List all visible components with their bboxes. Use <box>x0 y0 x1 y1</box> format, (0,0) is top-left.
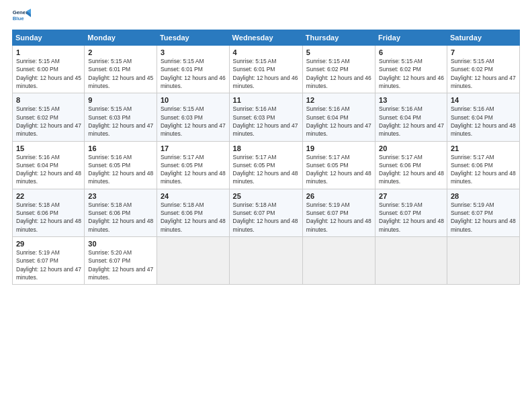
calendar-cell: 21 Sunrise: 5:17 AM Sunset: 6:06 PM Dayl… <box>447 141 519 189</box>
day-info: Sunrise: 5:19 AM Sunset: 6:07 PM Dayligh… <box>306 201 372 234</box>
day-info: Sunrise: 5:18 AM Sunset: 6:06 PM Dayligh… <box>88 201 154 234</box>
day-number: 24 <box>161 192 226 200</box>
calendar-cell: 8 Sunrise: 5:15 AM Sunset: 6:02 PM Dayli… <box>13 93 85 141</box>
day-number: 7 <box>451 48 517 56</box>
calendar-cell <box>302 237 375 285</box>
day-info: Sunrise: 5:15 AM Sunset: 6:02 PM Dayligh… <box>16 105 81 138</box>
day-number: 27 <box>379 192 444 200</box>
calendar-cell: 7 Sunrise: 5:15 AM Sunset: 6:02 PM Dayli… <box>447 46 519 93</box>
calendar-cell <box>447 237 519 285</box>
page-header: General Blue <box>12 7 520 26</box>
day-number: 4 <box>233 48 300 56</box>
calendar-cell: 19 Sunrise: 5:17 AM Sunset: 6:05 PM Dayl… <box>302 141 375 189</box>
calendar-cell: 12 Sunrise: 5:16 AM Sunset: 6:04 PM Dayl… <box>302 93 375 141</box>
calendar-week-2: 8 Sunrise: 5:15 AM Sunset: 6:02 PM Dayli… <box>13 93 520 141</box>
day-number: 15 <box>16 144 81 152</box>
calendar-cell: 10 Sunrise: 5:15 AM Sunset: 6:03 PM Dayl… <box>157 93 229 141</box>
calendar-cell: 30 Sunrise: 5:20 AM Sunset: 6:07 PM Dayl… <box>85 237 157 285</box>
day-info: Sunrise: 5:17 AM Sunset: 6:06 PM Dayligh… <box>379 153 444 186</box>
calendar-cell: 15 Sunrise: 5:16 AM Sunset: 6:04 PM Dayl… <box>13 141 85 189</box>
weekday-header-monday: Monday <box>85 30 157 46</box>
day-number: 12 <box>306 96 372 104</box>
calendar-cell: 29 Sunrise: 5:19 AM Sunset: 6:07 PM Dayl… <box>13 237 85 285</box>
day-info: Sunrise: 5:16 AM Sunset: 6:04 PM Dayligh… <box>16 153 81 186</box>
day-number: 10 <box>161 96 226 104</box>
day-number: 30 <box>88 240 154 248</box>
day-info: Sunrise: 5:16 AM Sunset: 6:04 PM Dayligh… <box>379 105 444 138</box>
day-info: Sunrise: 5:15 AM Sunset: 6:02 PM Dayligh… <box>306 57 372 90</box>
day-info: Sunrise: 5:15 AM Sunset: 6:03 PM Dayligh… <box>88 105 154 138</box>
calendar-cell: 16 Sunrise: 5:16 AM Sunset: 6:05 PM Dayl… <box>85 141 157 189</box>
day-info: Sunrise: 5:19 AM Sunset: 6:07 PM Dayligh… <box>16 248 81 281</box>
calendar-cell <box>157 237 229 285</box>
day-info: Sunrise: 5:15 AM Sunset: 6:01 PM Dayligh… <box>88 57 154 90</box>
logo-icon: General Blue <box>12 7 31 26</box>
weekday-header-saturday: Saturday <box>447 30 519 46</box>
day-info: Sunrise: 5:19 AM Sunset: 6:07 PM Dayligh… <box>451 201 517 234</box>
day-number: 3 <box>161 48 226 56</box>
calendar-cell: 26 Sunrise: 5:19 AM Sunset: 6:07 PM Dayl… <box>302 189 375 236</box>
calendar-cell: 27 Sunrise: 5:19 AM Sunset: 6:07 PM Dayl… <box>375 189 447 236</box>
day-info: Sunrise: 5:16 AM Sunset: 6:04 PM Dayligh… <box>451 105 517 138</box>
calendar-page: General Blue SundayMondayTuesdayWednesda… <box>0 0 532 411</box>
day-number: 20 <box>379 144 444 152</box>
day-info: Sunrise: 5:15 AM Sunset: 6:02 PM Dayligh… <box>451 57 517 90</box>
day-info: Sunrise: 5:17 AM Sunset: 6:06 PM Dayligh… <box>451 153 517 186</box>
weekday-header-tuesday: Tuesday <box>157 30 229 46</box>
weekday-header-thursday: Thursday <box>302 30 375 46</box>
day-number: 8 <box>16 96 81 104</box>
calendar-cell: 14 Sunrise: 5:16 AM Sunset: 6:04 PM Dayl… <box>447 93 519 141</box>
day-number: 19 <box>306 144 372 152</box>
svg-text:Blue: Blue <box>13 15 25 21</box>
calendar-cell <box>229 237 302 285</box>
calendar-cell: 28 Sunrise: 5:19 AM Sunset: 6:07 PM Dayl… <box>447 189 519 236</box>
calendar-cell: 24 Sunrise: 5:18 AM Sunset: 6:06 PM Dayl… <box>157 189 229 236</box>
calendar-cell: 20 Sunrise: 5:17 AM Sunset: 6:06 PM Dayl… <box>375 141 447 189</box>
calendar-week-5: 29 Sunrise: 5:19 AM Sunset: 6:07 PM Dayl… <box>13 237 520 285</box>
day-info: Sunrise: 5:15 AM Sunset: 6:01 PM Dayligh… <box>161 57 226 90</box>
day-info: Sunrise: 5:17 AM Sunset: 6:05 PM Dayligh… <box>306 153 372 186</box>
day-info: Sunrise: 5:18 AM Sunset: 6:07 PM Dayligh… <box>233 201 300 234</box>
day-info: Sunrise: 5:19 AM Sunset: 6:07 PM Dayligh… <box>379 201 444 234</box>
day-number: 1 <box>16 48 81 56</box>
calendar-cell: 11 Sunrise: 5:16 AM Sunset: 6:03 PM Dayl… <box>229 93 302 141</box>
day-number: 17 <box>161 144 226 152</box>
day-number: 5 <box>306 48 372 56</box>
calendar-cell: 25 Sunrise: 5:18 AM Sunset: 6:07 PM Dayl… <box>229 189 302 236</box>
day-info: Sunrise: 5:17 AM Sunset: 6:05 PM Dayligh… <box>233 153 300 186</box>
day-info: Sunrise: 5:15 AM Sunset: 6:00 PM Dayligh… <box>16 57 81 90</box>
day-info: Sunrise: 5:15 AM Sunset: 6:02 PM Dayligh… <box>379 57 444 90</box>
calendar-cell: 22 Sunrise: 5:18 AM Sunset: 6:06 PM Dayl… <box>13 189 85 236</box>
day-number: 16 <box>88 144 154 152</box>
weekday-header-friday: Friday <box>375 30 447 46</box>
calendar-cell: 9 Sunrise: 5:15 AM Sunset: 6:03 PM Dayli… <box>85 93 157 141</box>
day-info: Sunrise: 5:15 AM Sunset: 6:01 PM Dayligh… <box>233 57 300 90</box>
calendar-cell: 17 Sunrise: 5:17 AM Sunset: 6:05 PM Dayl… <box>157 141 229 189</box>
day-info: Sunrise: 5:18 AM Sunset: 6:06 PM Dayligh… <box>161 201 226 234</box>
calendar-cell: 23 Sunrise: 5:18 AM Sunset: 6:06 PM Dayl… <box>85 189 157 236</box>
weekday-header-row: SundayMondayTuesdayWednesdayThursdayFrid… <box>13 30 520 46</box>
weekday-header-wednesday: Wednesday <box>229 30 302 46</box>
day-number: 29 <box>16 240 81 248</box>
day-info: Sunrise: 5:16 AM Sunset: 6:03 PM Dayligh… <box>233 105 300 138</box>
logo: General Blue <box>12 7 31 26</box>
day-info: Sunrise: 5:15 AM Sunset: 6:03 PM Dayligh… <box>161 105 226 138</box>
day-info: Sunrise: 5:16 AM Sunset: 6:04 PM Dayligh… <box>306 105 372 138</box>
calendar-week-1: 1 Sunrise: 5:15 AM Sunset: 6:00 PM Dayli… <box>13 46 520 93</box>
day-number: 6 <box>379 48 444 56</box>
day-number: 14 <box>451 96 517 104</box>
day-number: 26 <box>306 192 372 200</box>
day-number: 25 <box>233 192 300 200</box>
calendar-cell: 3 Sunrise: 5:15 AM Sunset: 6:01 PM Dayli… <box>157 46 229 93</box>
calendar-cell <box>375 237 447 285</box>
day-number: 28 <box>451 192 517 200</box>
day-number: 22 <box>16 192 81 200</box>
day-info: Sunrise: 5:16 AM Sunset: 6:05 PM Dayligh… <box>88 153 154 186</box>
day-number: 23 <box>88 192 154 200</box>
day-info: Sunrise: 5:20 AM Sunset: 6:07 PM Dayligh… <box>88 248 154 281</box>
calendar-cell: 18 Sunrise: 5:17 AM Sunset: 6:05 PM Dayl… <box>229 141 302 189</box>
day-info: Sunrise: 5:17 AM Sunset: 6:05 PM Dayligh… <box>161 153 226 186</box>
calendar-cell: 6 Sunrise: 5:15 AM Sunset: 6:02 PM Dayli… <box>375 46 447 93</box>
calendar-table: SundayMondayTuesdayWednesdayThursdayFrid… <box>12 30 520 285</box>
calendar-week-4: 22 Sunrise: 5:18 AM Sunset: 6:06 PM Dayl… <box>13 189 520 236</box>
